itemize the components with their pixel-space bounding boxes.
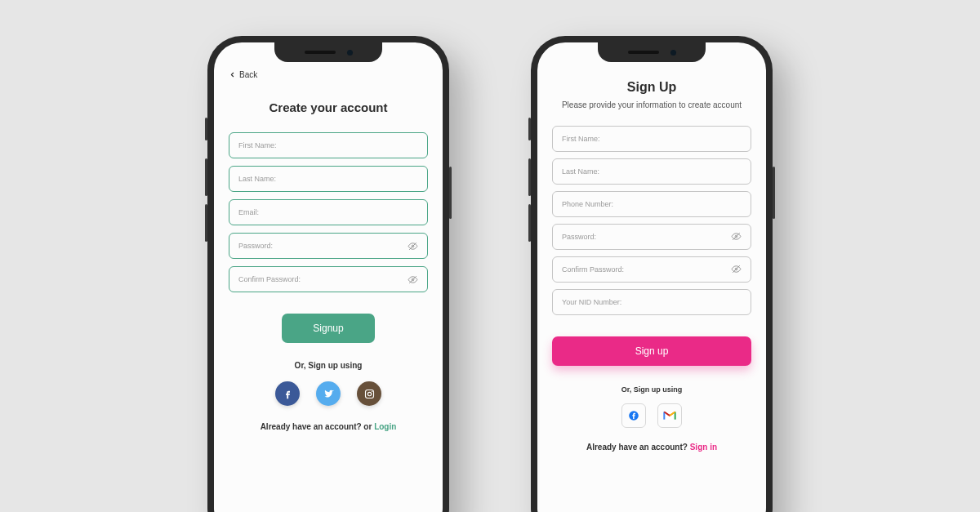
email-placeholder: Email: xyxy=(238,208,259,216)
phone-button xyxy=(528,158,531,196)
nid-number-field[interactable]: Your NID Number: xyxy=(552,289,751,315)
confirm-password-field[interactable]: Confirm Password: xyxy=(552,256,751,283)
phone-button xyxy=(205,118,207,140)
phone-button xyxy=(528,204,531,242)
footer-text: Already have an account? or Login xyxy=(229,422,428,431)
facebook-icon[interactable] xyxy=(275,381,300,406)
footer-prefix: Already have an account? xyxy=(586,443,690,452)
svg-point-6 xyxy=(372,390,372,391)
phone-notch xyxy=(274,42,382,62)
eye-off-icon[interactable] xyxy=(731,264,742,274)
phone-number-placeholder: Phone Number: xyxy=(562,200,613,208)
gmail-icon[interactable] xyxy=(657,403,682,428)
confirm-password-placeholder: Confirm Password: xyxy=(562,265,624,274)
first-name-placeholder: First Name: xyxy=(238,141,277,149)
signin-link[interactable]: Sign in xyxy=(690,443,717,452)
confirm-password-placeholder: Confirm Password: xyxy=(238,275,301,283)
nid-number-placeholder: Your NID Number: xyxy=(562,298,621,306)
page-subtitle: Please provide your information to creat… xyxy=(552,100,751,111)
first-name-field[interactable]: First Name: xyxy=(552,126,751,152)
footer-text: Already have an account? Sign in xyxy=(552,443,751,452)
password-placeholder: Password: xyxy=(562,233,596,241)
svg-point-5 xyxy=(368,392,371,395)
email-field[interactable]: Email: xyxy=(229,199,428,225)
first-name-field[interactable]: First Name: xyxy=(229,132,428,158)
chevron-left-icon xyxy=(229,71,236,78)
instagram-icon[interactable] xyxy=(357,381,381,406)
phone-frame-right: Sign Up Please provide your information … xyxy=(531,36,773,512)
confirm-password-field[interactable]: Confirm Password: xyxy=(229,266,428,292)
facebook-icon[interactable] xyxy=(621,403,646,428)
back-label: Back xyxy=(239,70,257,79)
phone-button xyxy=(773,167,775,219)
phone-number-field[interactable]: Phone Number: xyxy=(552,191,751,217)
last-name-field[interactable]: Last Name: xyxy=(229,166,428,192)
last-name-field[interactable]: Last Name: xyxy=(552,158,751,185)
phone-frame-left: Back Create your account First Name: Las… xyxy=(207,36,449,512)
phone-button xyxy=(205,158,207,196)
eye-off-icon[interactable] xyxy=(731,231,742,242)
phone-notch xyxy=(598,42,706,62)
footer-prefix: Already have an account? or xyxy=(261,422,375,431)
phone-button xyxy=(528,118,531,140)
page-title: Create your account xyxy=(229,100,428,114)
back-button[interactable]: Back xyxy=(229,70,428,79)
phone-button xyxy=(449,167,452,219)
eye-off-icon[interactable] xyxy=(408,241,418,252)
password-field[interactable]: Password: xyxy=(229,233,428,259)
alt-signup-label: Or, Sign up using xyxy=(229,361,428,370)
first-name-placeholder: First Name: xyxy=(562,135,600,143)
login-link[interactable]: Login xyxy=(374,422,396,431)
signup-button[interactable]: Sign up xyxy=(552,336,751,366)
phone-button xyxy=(205,204,207,242)
alt-signup-label: Or, Sign up using xyxy=(552,385,751,394)
last-name-placeholder: Last Name: xyxy=(238,175,276,183)
signup-button[interactable]: Signup xyxy=(282,314,375,343)
password-field[interactable]: Password: xyxy=(552,224,751,250)
last-name-placeholder: Last Name: xyxy=(562,167,599,176)
password-placeholder: Password: xyxy=(238,242,273,250)
page-title: Sign Up xyxy=(552,80,751,95)
eye-off-icon[interactable] xyxy=(408,274,418,285)
twitter-icon[interactable] xyxy=(316,381,341,406)
